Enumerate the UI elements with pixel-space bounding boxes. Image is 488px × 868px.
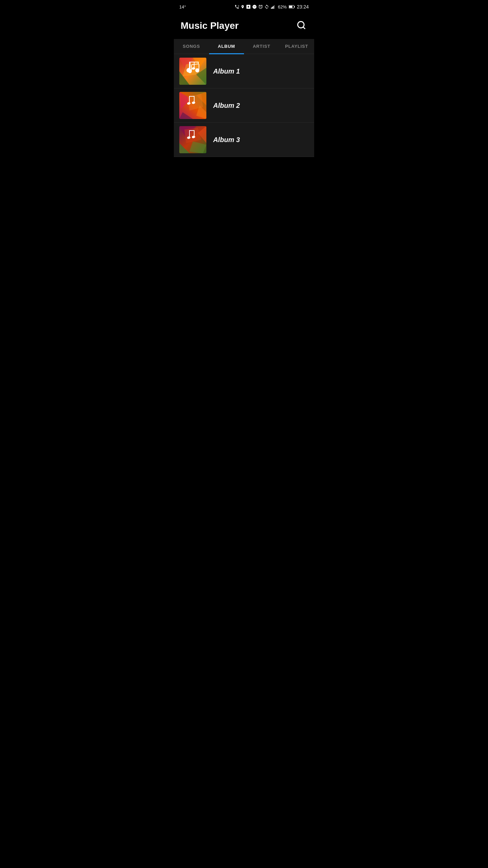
app-title: Music Player xyxy=(181,20,239,31)
list-item[interactable]: Album 3 xyxy=(174,123,314,157)
album-art-3 xyxy=(179,126,206,153)
phone-icon xyxy=(235,4,239,9)
album-name-1: Album 1 xyxy=(213,67,240,75)
search-icon xyxy=(297,20,306,30)
sync-icon xyxy=(264,4,269,9)
svg-rect-6 xyxy=(289,6,292,8)
nfc-icon xyxy=(246,4,251,9)
app-header: Music Player xyxy=(174,14,314,39)
svg-rect-38 xyxy=(194,130,195,136)
dnd-icon xyxy=(252,4,257,9)
status-icons-group: 62% 23:24 xyxy=(235,4,309,9)
svg-rect-26 xyxy=(189,96,190,103)
svg-rect-28 xyxy=(189,96,195,97)
svg-rect-2 xyxy=(273,6,273,9)
status-bar: 14° xyxy=(174,0,314,14)
alarm-icon xyxy=(258,4,263,9)
album-name-3: Album 3 xyxy=(213,136,240,144)
album-art-2 xyxy=(179,92,206,119)
tab-songs[interactable]: SONGS xyxy=(174,39,209,54)
empty-area xyxy=(174,157,314,293)
battery-icon xyxy=(289,5,295,9)
tabs-container: SONGS ALBUM ARTIST PLAYLIST xyxy=(174,39,314,54)
list-item[interactable]: Album 2 xyxy=(174,88,314,123)
battery-percentage: 62% xyxy=(278,4,287,9)
svg-rect-0 xyxy=(271,7,272,9)
status-time: 23:24 xyxy=(297,4,309,9)
svg-rect-39 xyxy=(189,130,195,131)
signal-icon xyxy=(270,4,276,9)
temperature: 14° xyxy=(179,4,186,9)
svg-rect-16 xyxy=(194,62,195,68)
system-icons xyxy=(235,4,276,9)
location-icon xyxy=(241,4,245,9)
album-name-2: Album 2 xyxy=(213,102,240,110)
album-art-1 xyxy=(179,58,206,85)
svg-rect-17 xyxy=(189,62,195,62)
list-item[interactable]: Album 1 xyxy=(174,54,314,88)
svg-rect-15 xyxy=(189,62,190,68)
svg-rect-3 xyxy=(274,5,274,8)
svg-rect-1 xyxy=(272,7,272,9)
svg-line-8 xyxy=(303,27,305,28)
tab-playlist[interactable]: PLAYLIST xyxy=(279,39,314,54)
album-list: Album 1 xyxy=(174,54,314,157)
search-button[interactable] xyxy=(295,19,307,32)
svg-rect-5 xyxy=(294,6,295,7)
svg-rect-37 xyxy=(189,130,190,137)
tab-album[interactable]: ALBUM xyxy=(209,39,244,54)
svg-rect-27 xyxy=(194,96,195,102)
tab-artist[interactable]: ARTIST xyxy=(244,39,279,54)
